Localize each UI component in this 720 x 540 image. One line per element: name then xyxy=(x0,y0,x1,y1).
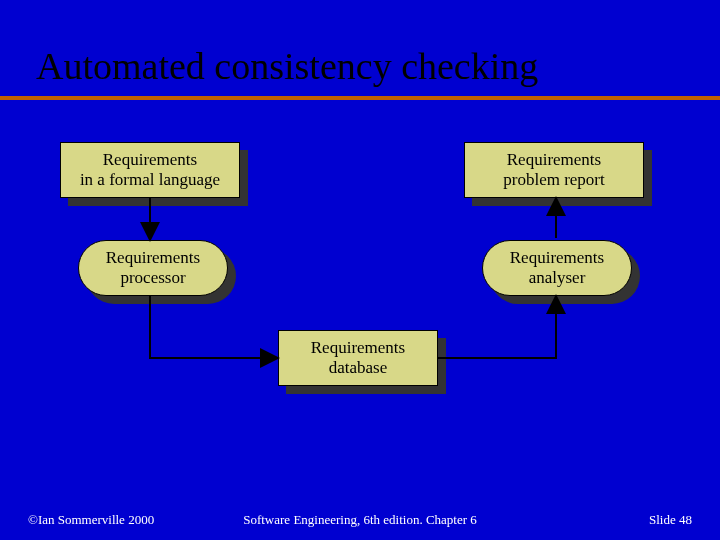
footer-center: Software Engineering, 6th edition. Chapt… xyxy=(0,512,720,528)
box-line: analyser xyxy=(529,268,586,288)
title-underline xyxy=(0,96,720,100)
box-line: problem report xyxy=(503,170,605,190)
slide-label: Slide xyxy=(649,512,676,527)
footer-slide: Slide 48 xyxy=(649,512,692,528)
box-line: Requirements xyxy=(510,248,604,268)
box-line: Requirements xyxy=(106,248,200,268)
box-line: in a formal language xyxy=(80,170,220,190)
box-line: Requirements xyxy=(103,150,197,170)
box-requirements-analyser: Requirements analyser xyxy=(482,240,632,296)
box-requirements-report: Requirements problem report xyxy=(464,142,644,198)
box-requirements-formal: Requirements in a formal language xyxy=(60,142,240,198)
box-line: Requirements xyxy=(507,150,601,170)
slide-title: Automated consistency checking xyxy=(36,44,538,88)
diagram-area: Requirements in a formal language Requir… xyxy=(0,130,720,470)
box-requirements-processor: Requirements processor xyxy=(78,240,228,296)
box-line: Requirements xyxy=(311,338,405,358)
box-requirements-database: Requirements database xyxy=(278,330,438,386)
box-line: processor xyxy=(120,268,185,288)
box-line: database xyxy=(329,358,388,378)
slide-number: 48 xyxy=(679,512,692,527)
